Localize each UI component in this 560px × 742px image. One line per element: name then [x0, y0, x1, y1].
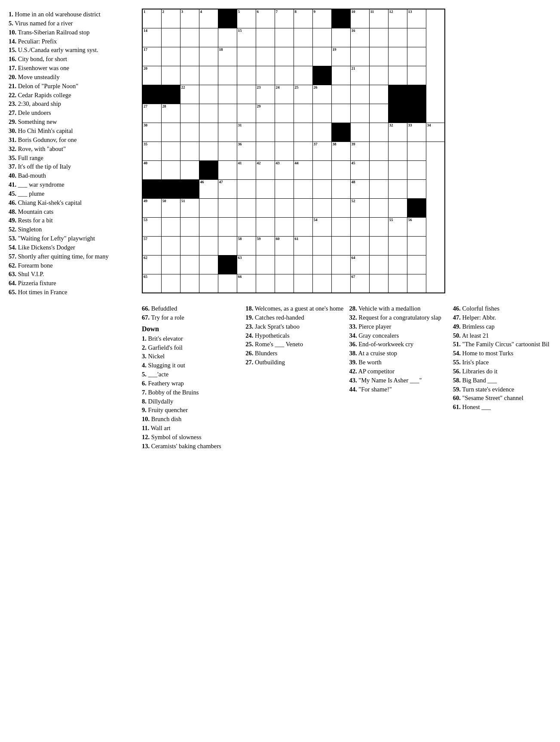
- cell-1-10[interactable]: [331, 28, 350, 47]
- cell-6-1[interactable]: [161, 123, 180, 142]
- cell-8-1[interactable]: [161, 160, 180, 179]
- cell-0-5[interactable]: 5: [237, 9, 256, 28]
- cell-12-13[interactable]: [388, 236, 407, 255]
- cell-4-6[interactable]: 23: [256, 85, 275, 104]
- cell-4-4[interactable]: [218, 85, 237, 104]
- cell-12-2[interactable]: [180, 236, 199, 255]
- cell-14-3[interactable]: [199, 274, 218, 293]
- cell-0-11[interactable]: 10: [350, 9, 369, 28]
- cell-13-13[interactable]: [388, 255, 407, 274]
- cell-4-13[interactable]: [388, 85, 407, 104]
- cell-3-4[interactable]: [218, 66, 237, 85]
- cell-12-7[interactable]: 60: [275, 236, 294, 255]
- cell-11-6[interactable]: [256, 217, 275, 236]
- cell-2-0[interactable]: 17: [142, 47, 161, 66]
- cell-7-11[interactable]: 39: [350, 142, 369, 160]
- cell-9-13[interactable]: [388, 179, 407, 198]
- cell-3-13[interactable]: [388, 66, 407, 85]
- cell-11-0[interactable]: 53: [142, 217, 161, 236]
- cell-9-0[interactable]: [142, 179, 161, 198]
- cell-9-7[interactable]: [275, 179, 294, 198]
- cell-7-9[interactable]: 37: [312, 142, 331, 160]
- cell-6-10[interactable]: [331, 123, 350, 142]
- cell-3-6[interactable]: [256, 66, 275, 85]
- cell-10-3[interactable]: [199, 198, 218, 217]
- cell-3-14[interactable]: [407, 66, 426, 85]
- cell-14-4[interactable]: [218, 274, 237, 293]
- cell-0-0[interactable]: 1: [142, 9, 161, 28]
- cell-6-15[interactable]: 34: [426, 123, 445, 142]
- cell-13-8[interactable]: [294, 255, 312, 274]
- cell-9-8[interactable]: [294, 179, 312, 198]
- cell-7-4[interactable]: [218, 142, 237, 160]
- cell-0-13[interactable]: 12: [388, 9, 407, 28]
- cell-3-12[interactable]: [369, 66, 388, 85]
- cell-5-9[interactable]: [312, 104, 331, 123]
- cell-8-4[interactable]: [218, 160, 237, 179]
- cell-4-11[interactable]: [350, 85, 369, 104]
- cell-11-3[interactable]: [199, 217, 218, 236]
- cell-5-2[interactable]: [180, 104, 199, 123]
- cell-7-12[interactable]: [369, 142, 388, 160]
- cell-13-3[interactable]: [199, 255, 218, 274]
- cell-0-14[interactable]: 13: [407, 9, 426, 28]
- cell-6-14[interactable]: 33: [407, 123, 426, 142]
- cell-7-6[interactable]: [256, 142, 275, 160]
- cell-1-2[interactable]: [180, 28, 199, 47]
- cell-13-7[interactable]: [275, 255, 294, 274]
- cell-11-1[interactable]: [161, 217, 180, 236]
- cell-4-10[interactable]: [331, 85, 350, 104]
- cell-10-10[interactable]: [331, 198, 350, 217]
- cell-1-8[interactable]: [294, 28, 312, 47]
- cell-2-2[interactable]: [180, 47, 199, 66]
- cell-10-5[interactable]: [237, 198, 256, 217]
- cell-6-13[interactable]: 32: [388, 123, 407, 142]
- cell-7-14[interactable]: [407, 142, 426, 160]
- cell-8-13[interactable]: [388, 160, 407, 179]
- cell-1-11[interactable]: 16: [350, 28, 369, 47]
- cell-13-6[interactable]: [256, 255, 275, 274]
- cell-7-13[interactable]: [388, 142, 407, 160]
- cell-7-0[interactable]: 35: [142, 142, 161, 160]
- cell-7-7[interactable]: [275, 142, 294, 160]
- cell-11-13[interactable]: 55: [388, 217, 407, 236]
- cell-4-14[interactable]: [407, 85, 426, 104]
- cell-10-14[interactable]: [407, 198, 426, 217]
- cell-9-6[interactable]: [256, 179, 275, 198]
- cell-10-12[interactable]: [369, 198, 388, 217]
- cell-4-0[interactable]: [142, 85, 161, 104]
- cell-6-11[interactable]: [350, 123, 369, 142]
- cell-13-2[interactable]: [180, 255, 199, 274]
- cell-2-5[interactable]: [237, 47, 256, 66]
- cell-10-8[interactable]: [294, 198, 312, 217]
- cell-14-14[interactable]: [407, 274, 426, 293]
- cell-9-5[interactable]: [237, 179, 256, 198]
- cell-11-4[interactable]: [218, 217, 237, 236]
- cell-11-7[interactable]: [275, 217, 294, 236]
- cell-14-2[interactable]: [180, 274, 199, 293]
- cell-6-7[interactable]: [275, 123, 294, 142]
- cell-2-3[interactable]: [199, 47, 218, 66]
- cell-2-7[interactable]: [275, 47, 294, 66]
- cell-2-1[interactable]: [161, 47, 180, 66]
- cell-6-2[interactable]: [180, 123, 199, 142]
- cell-7-3[interactable]: [199, 142, 218, 160]
- cell-1-0[interactable]: 14: [142, 28, 161, 47]
- cell-1-9[interactable]: [312, 28, 331, 47]
- cell-13-11[interactable]: 64: [350, 255, 369, 274]
- cell-11-5[interactable]: [237, 217, 256, 236]
- cell-14-7[interactable]: [275, 274, 294, 293]
- cell-6-3[interactable]: [199, 123, 218, 142]
- cell-3-5[interactable]: [237, 66, 256, 85]
- cell-13-1[interactable]: [161, 255, 180, 274]
- cell-9-14[interactable]: [407, 179, 426, 198]
- cell-1-6[interactable]: [256, 28, 275, 47]
- cell-5-3[interactable]: [199, 104, 218, 123]
- cell-12-9[interactable]: [312, 236, 331, 255]
- cell-11-9[interactable]: 54: [312, 217, 331, 236]
- cell-12-3[interactable]: [199, 236, 218, 255]
- cell-2-13[interactable]: [388, 47, 407, 66]
- cell-3-8[interactable]: [294, 66, 312, 85]
- cell-5-4[interactable]: [218, 104, 237, 123]
- cell-8-11[interactable]: 45: [350, 160, 369, 179]
